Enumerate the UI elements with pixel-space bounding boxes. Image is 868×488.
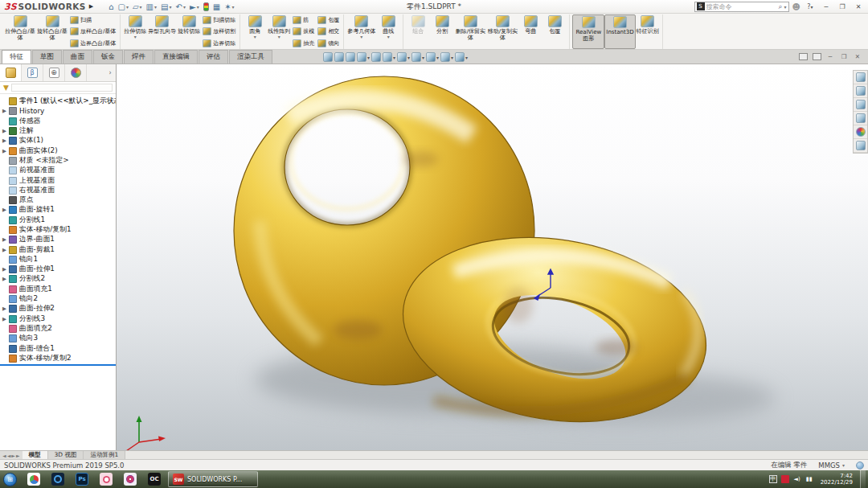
app-tricolor-launcher[interactable] [22,471,46,487]
help-button[interactable]: ?▾ [804,2,817,12]
tab-特征[interactable]: 特征 [2,50,31,64]
tree-item[interactable]: 右视基准面 [0,186,116,195]
doc-tab-模型[interactable]: 模型 [23,451,48,459]
tree-item[interactable]: 镜向2 [0,294,116,304]
expand-arrow-icon[interactable]: ▶ [2,137,9,144]
tab-渲染工具[interactable]: 渲染工具 [229,50,272,64]
input-language-icon[interactable]: 中 [769,475,777,483]
flex-button[interactable]: 弯曲 [518,14,542,49]
search-icon[interactable]: ⌕ [779,2,783,11]
tree-item[interactable]: 曲面-缝合1 [0,343,116,353]
taskbar-active-app[interactable]: SW SOLIDWORKS P... [168,471,258,487]
swept-boss-button[interactable]: 扫描 [70,15,116,26]
app-blue-ring-launcher[interactable] [46,471,70,487]
expand-arrow-icon[interactable]: ▶ [2,316,9,322]
tree-item[interactable]: 上视基准面 [0,175,116,185]
tree-item[interactable]: 镜向3 [0,334,116,343]
expand-arrow-icon[interactable]: ▶ [2,236,9,243]
tag-globe-icon[interactable] [856,461,864,470]
dropdown-caret-icon[interactable]: ▾ [170,4,172,10]
annotation-view-button[interactable] [371,52,381,62]
fillet-button[interactable]: 圆角▾ [243,14,267,49]
tree-item[interactable]: ▶History [0,106,116,116]
boundary-boss-button[interactable]: 边界凸台/基体 [70,38,116,48]
tree-item[interactable]: 原点 [0,195,116,205]
app-oc-launcher[interactable]: OC [142,471,166,487]
tab-scroll-buttons[interactable]: ◄◄ ►► [0,451,23,459]
taskbar-clock[interactable]: 7:422022/12/29 [817,473,856,486]
rib-button[interactable]: 筋 [293,15,314,26]
menu-flyout-icon[interactable]: ▶ [89,3,93,10]
swept-cut-button[interactable]: 扫描切除 [203,15,235,26]
instant3d-button[interactable]: Instant3D [604,14,635,49]
tree-item[interactable]: 前视基准面 [0,166,116,175]
filter-icon[interactable]: ▼ [3,84,9,92]
close-button[interactable]: ✕ [852,2,865,12]
photoshop-launcher[interactable]: Ps [70,471,94,487]
tab-直接编辑[interactable]: 直接编辑 [154,50,198,64]
tree-item[interactable]: 实体-移动/复制1 [0,225,116,235]
configuration-manager-tab[interactable]: ⊕ [43,64,65,81]
doc-minimize-button[interactable]: ─ [825,52,836,61]
dropdown-caret-icon[interactable]: ▾ [140,4,142,10]
dropdown-caret-icon[interactable]: ▾ [134,35,137,39]
tree-item[interactable]: 材质 <未指定> [0,156,116,166]
dropdown-caret-icon[interactable]: ▾ [436,55,439,60]
graphics-viewport[interactable] [117,64,868,450]
dropdown-caret-icon[interactable]: ▾ [360,35,362,39]
property-manager-tab[interactable]: β [22,64,43,81]
move-copy-body-button[interactable]: 移动/复制实体 [486,14,518,49]
lofted-boss-button[interactable]: 放样凸台/基体 [70,27,116,37]
dropdown-caret-icon[interactable]: ▾ [387,35,390,39]
tree-item[interactable]: ▶曲面实体(2) [0,146,116,155]
design-library-tab[interactable] [854,84,867,98]
expand-arrow-icon[interactable]: ▶ [2,306,9,312]
curves-button[interactable]: 曲线▾ [376,14,400,49]
expand-arrow-icon[interactable]: ▶ [2,128,9,134]
expand-arrow-icon[interactable]: ▶ [2,207,9,213]
file-properties-icon[interactable]: ▦ [211,1,222,12]
dropdown-caret-icon[interactable]: ▾ [278,35,280,39]
network-icon[interactable]: ▮▮ [805,475,813,483]
undo-icon[interactable]: ↶▾ [174,1,187,12]
appearances-scenes-tab[interactable] [854,125,867,139]
view-settings-button[interactable]: ▾ [455,52,468,62]
wrap-body-button[interactable]: 包覆 [542,14,567,49]
split-button[interactable]: 分割 [430,14,454,49]
wrap-button[interactable]: 包覆 [317,15,339,26]
tree-item[interactable]: ▶分割线2 [0,274,116,284]
expand-arrow-icon[interactable]: ▶ [2,247,9,253]
expand-arrow-icon[interactable]: ▶ [2,148,9,154]
delete-keep-body-button[interactable]: 删除/保留实体 [454,14,486,49]
rollback-bar[interactable] [0,364,116,366]
display-manager-tab[interactable] [65,64,87,81]
select-icon[interactable]: ►▾ [188,1,201,12]
dropdown-caret-icon[interactable]: ▾ [422,55,424,60]
intersect-button[interactable]: 相交 [317,27,339,37]
feature-manager-tab[interactable] [0,64,22,81]
dropdown-caret-icon[interactable]: ▾ [393,55,395,60]
tree-item[interactable]: ▶实体(1) [0,136,116,146]
tab-曲面[interactable]: 曲面 [63,50,92,64]
tree-item[interactable]: 传感器 [0,117,116,126]
revolved-cut-button[interactable]: 旋转切除 [177,14,201,49]
previous-view-button[interactable] [346,52,355,62]
scroll-last-icon[interactable]: ► [16,453,20,458]
notification-red-icon[interactable] [781,475,789,483]
doc-pane-left-button[interactable] [797,52,809,61]
scroll-prev-icon[interactable]: ◄ [7,453,11,458]
dropdown-caret-icon[interactable]: ▾ [407,55,410,60]
save-icon[interactable]: ▥▾ [145,1,158,12]
extruded-boss-button[interactable]: 拉伸凸台/基体 [4,14,36,49]
featureworks-button[interactable]: 特征识别 [636,14,660,49]
doc-restore-button[interactable]: ❐ [838,52,850,61]
edit-appearance-button[interactable]: ▾ [426,52,439,62]
scroll-first-icon[interactable]: ◄ [2,453,6,458]
doc-close-button[interactable]: ✕ [852,52,863,61]
hole-wizard-button[interactable]: 异型孔向导 [147,14,177,49]
linear-pattern-button[interactable]: 线性阵列▾ [267,14,291,49]
expand-arrow-icon[interactable]: ▶ [2,108,9,114]
tree-item[interactable]: ▶曲面-拉伸2 [0,304,116,314]
dropdown-caret-icon[interactable]: ▾ [183,4,186,10]
open-icon[interactable]: ▱▾ [131,1,144,12]
